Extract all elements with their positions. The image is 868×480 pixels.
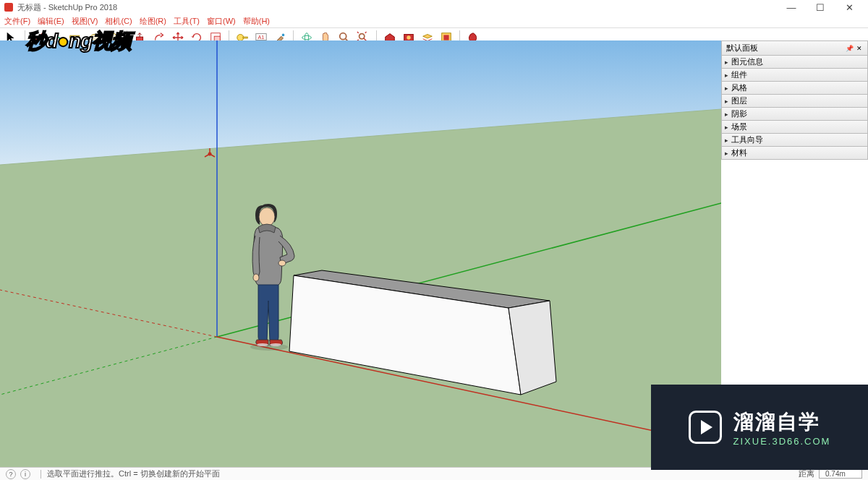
- svg-rect-8: [243, 37, 247, 38]
- info-icon[interactable]: i: [20, 469, 30, 479]
- tray-item-instructor[interactable]: 工具向导: [721, 134, 868, 147]
- tray-item-styles[interactable]: 风格: [721, 82, 868, 95]
- tray-close-icon[interactable]: ✕: [856, 45, 863, 52]
- video-watermark: 秒d●ng视频: [26, 27, 131, 55]
- svg-point-28: [278, 260, 286, 266]
- tray-item-materials[interactable]: 材料: [721, 147, 868, 160]
- svg-point-23: [208, 153, 212, 156]
- svg-rect-19: [443, 35, 448, 40]
- svg-point-15: [359, 34, 365, 39]
- tray-item-layers[interactable]: 图层: [721, 95, 868, 108]
- tray-pin-icon[interactable]: 📌: [846, 45, 853, 52]
- minimize-button[interactable]: —: [777, 2, 806, 13]
- svg-point-14: [340, 33, 346, 40]
- tray-item-scenes[interactable]: 场景: [721, 121, 868, 134]
- svg-point-32: [250, 343, 288, 351]
- play-icon: [689, 411, 722, 444]
- default-tray: 默认面板 📌 ✕ 图元信息 组件 风格 图层 阴影 场景 工具向导 材料: [721, 40, 868, 160]
- tray-title[interactable]: 默认面板 📌 ✕: [721, 40, 868, 56]
- svg-point-11: [282, 34, 285, 37]
- svg-point-29: [253, 274, 259, 281]
- menu-view[interactable]: 视图(V): [72, 16, 98, 27]
- svg-text:A1: A1: [258, 34, 265, 40]
- viewport-3d[interactable]: [0, 40, 721, 473]
- tray-item-entity-info[interactable]: 图元信息: [721, 56, 868, 69]
- menu-tools[interactable]: 工具(T): [174, 16, 200, 27]
- menu-window[interactable]: 窗口(W): [207, 16, 236, 27]
- status-hint: 选取平面进行推拉。Ctrl = 切换创建新的开始平面: [47, 468, 220, 479]
- tray-item-components[interactable]: 组件: [721, 69, 868, 82]
- help-icon[interactable]: ?: [6, 469, 16, 479]
- app-icon: [4, 3, 13, 12]
- tray-item-shadows[interactable]: 阴影: [721, 108, 868, 121]
- svg-point-27: [259, 207, 275, 226]
- menu-camera[interactable]: 相机(C): [105, 16, 132, 27]
- measure-label: 距离: [799, 468, 814, 479]
- svg-point-17: [407, 35, 410, 39]
- measure-value[interactable]: 0.74m: [819, 469, 862, 479]
- svg-point-12: [302, 35, 312, 39]
- menubar: 文件(F) 编辑(E) 视图(V) 相机(C) 绘图(R) 工具(T) 窗口(W…: [0, 14, 868, 27]
- close-button[interactable]: ✕: [835, 2, 864, 13]
- window-title: 无标题 - SketchUp Pro 2018: [17, 2, 117, 13]
- site-watermark: 溜溜自学 ZIXUE.3D66.COM: [651, 385, 868, 470]
- titlebar: 无标题 - SketchUp Pro 2018 — ☐ ✕: [0, 0, 868, 14]
- maximize-button[interactable]: ☐: [806, 2, 835, 13]
- menu-help[interactable]: 帮助(H): [243, 16, 270, 27]
- menu-edit[interactable]: 编辑(E): [38, 16, 64, 27]
- menu-file[interactable]: 文件(F): [4, 16, 30, 27]
- menu-draw[interactable]: 绘图(R): [140, 16, 166, 27]
